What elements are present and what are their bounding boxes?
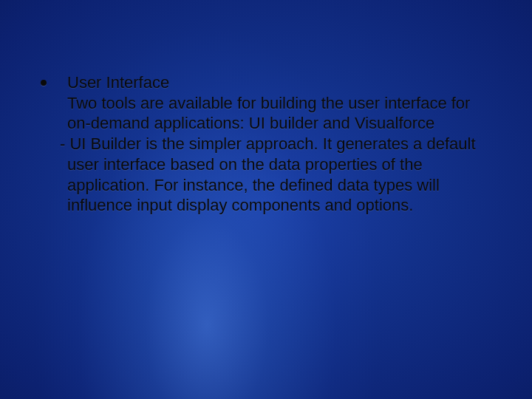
bullet-dot-icon	[41, 80, 47, 86]
bullet-heading: User Interface	[67, 72, 480, 93]
bullet-text: User Interface Two tools are available f…	[67, 72, 480, 216]
bullet-item: User Interface Two tools are available f…	[41, 72, 480, 216]
slide-content: User Interface Two tools are available f…	[41, 72, 480, 216]
bullet-dash-item: - UI Builder is the simpler approach. It…	[51, 134, 480, 216]
bullet-intro: Two tools are available for building the…	[51, 93, 480, 134]
slide: User Interface Two tools are available f…	[0, 0, 532, 399]
